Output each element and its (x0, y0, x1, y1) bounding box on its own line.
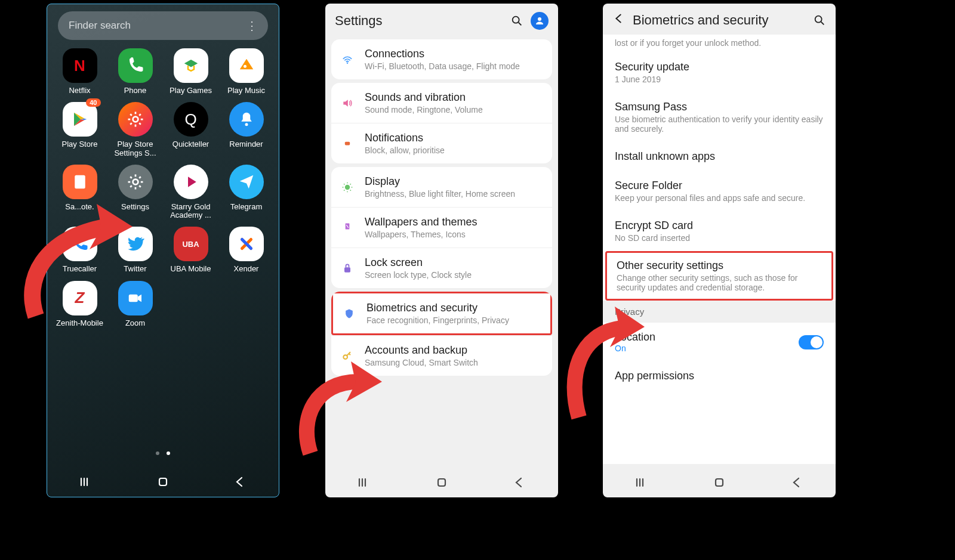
back-button[interactable] (788, 474, 805, 491)
privacy-item-app-permissions[interactable]: App permissions (603, 361, 836, 391)
app-phone[interactable]: Phone (109, 48, 162, 95)
home-button[interactable] (711, 474, 728, 491)
app-play-store[interactable]: 40Play Store (53, 102, 106, 157)
settings-item-title: Biometrics and security (366, 302, 541, 314)
lock-icon (341, 262, 354, 275)
app-label: Play Store Settings S... (110, 140, 161, 157)
app-truecaller[interactable]: Truecaller (53, 227, 106, 273)
settings-item-display[interactable]: DisplayBrightness, Blue light filter, Ho… (331, 167, 552, 207)
settings-card: Biometrics and securityFace recognition,… (331, 292, 552, 376)
page-dot-active[interactable] (167, 451, 170, 455)
app-label: Phone (124, 86, 147, 95)
app-play-games[interactable]: Play Games (164, 48, 217, 95)
settings-item-subtitle: Samsung Cloud, Smart Switch (365, 358, 543, 367)
phone-home-screen: Finder search ⋮ NNetflixPhonePlay GamesP… (47, 4, 279, 497)
app-starry-gold-academy-[interactable]: Starry Gold Academy ... (164, 165, 217, 220)
settings-item-lock-screen[interactable]: Lock screenScreen lock type, Clock style (331, 247, 552, 288)
sa-ote--icon (63, 165, 97, 199)
app-play-store-settings-s-[interactable]: Play Store Settings S... (109, 102, 162, 157)
back-button[interactable] (232, 474, 248, 490)
settings-item-biometrics-and-security[interactable]: Biometrics and securityFace recognition,… (331, 292, 552, 335)
search-icon[interactable] (813, 14, 826, 27)
more-icon[interactable]: ⋮ (246, 18, 257, 33)
security-item-other-security-settings[interactable]: Other security settingsChange other secu… (605, 251, 833, 301)
finder-search-bar[interactable]: Finder search ⋮ (58, 11, 268, 40)
back-icon[interactable] (612, 12, 626, 29)
zenith-mobile-icon: Z (63, 281, 97, 315)
app-settings[interactable]: Settings (109, 165, 162, 220)
app-label: Play Games (170, 86, 212, 95)
app-reminder[interactable]: Reminder (220, 102, 273, 157)
recents-button[interactable] (78, 474, 94, 490)
nav-bar (47, 467, 279, 497)
xender-icon (229, 227, 264, 261)
recents-button[interactable] (633, 474, 650, 491)
notif-icon (341, 137, 354, 150)
twitter-icon (118, 227, 153, 261)
app-twitter[interactable]: Twitter (109, 227, 162, 273)
security-item-secure-folder[interactable]: Secure FolderKeep your personal files an… (603, 171, 836, 211)
item-title: Secure Folder (615, 180, 824, 192)
settings-item-sounds-and-vibration[interactable]: Sounds and vibrationSound mode, Ringtone… (331, 83, 552, 123)
app-zenith-mobile[interactable]: ZZenith-Mobile (53, 281, 106, 327)
app-label: Sa...ote. (65, 203, 94, 211)
settings-item-wallpapers-and-themes[interactable]: Wallpapers and themesWallpapers, Themes,… (331, 207, 552, 247)
app-label: Play Store (62, 140, 98, 148)
play-store-settings-s--icon (118, 102, 153, 137)
security-item-samsung-pass[interactable]: Samsung PassUse biometric authentication… (603, 92, 836, 142)
app-label: Netflix (69, 86, 90, 95)
settings-item-title: Wallpapers and themes (365, 216, 543, 228)
app-quickteller[interactable]: QQuickteller (164, 102, 217, 157)
settings-item-title: Display (365, 175, 543, 188)
display-icon (341, 181, 354, 194)
privacy-item-location[interactable]: LocationOn (603, 323, 836, 361)
app-play-music[interactable]: Play Music (220, 48, 273, 95)
security-item-encrypt-sd-card[interactable]: Encrypt SD cardNo SD card inserted (603, 211, 836, 251)
app-label: Settings (121, 203, 149, 211)
settings-item-title: Sounds and vibration (365, 91, 543, 104)
app-label: Telegram (230, 203, 262, 211)
wifi-icon (341, 53, 354, 66)
app-label: UBA Mobile (171, 265, 211, 273)
app-uba-mobile[interactable]: UBAUBA Mobile (164, 227, 217, 273)
biometrics-body: lost or if you forget your unlock method… (603, 35, 836, 464)
settings-item-title: Lock screen (365, 256, 543, 269)
home-button[interactable] (155, 474, 171, 490)
uba-mobile-icon: UBA (174, 227, 208, 261)
app-telegram[interactable]: Telegram (220, 165, 273, 220)
back-button[interactable] (511, 474, 528, 491)
recents-button[interactable] (356, 474, 372, 491)
nav-bar (325, 468, 558, 497)
settings-item-notifications[interactable]: NotificationsBlock, allow, prioritise (331, 123, 552, 163)
toggle-switch[interactable] (799, 335, 824, 349)
item-title: App permissions (615, 370, 824, 382)
item-subtitle: On (615, 344, 655, 353)
app-sa-ote-[interactable]: Sa...ote. (53, 165, 106, 220)
security-item-security-update[interactable]: Security update1 June 2019 (603, 52, 836, 92)
page-title: Settings (335, 13, 503, 29)
home-button[interactable] (433, 474, 450, 491)
settings-icon (118, 165, 153, 199)
app-zoom[interactable]: Zoom (109, 281, 162, 327)
search-icon[interactable] (510, 14, 523, 27)
item-subtitle: 1 June 2019 (615, 75, 824, 84)
truecaller-icon (63, 227, 97, 261)
app-label: Play Music (227, 86, 265, 95)
search-placeholder: Finder search (69, 20, 131, 32)
settings-item-accounts-and-backup[interactable]: Accounts and backupSamsung Cloud, Smart … (331, 335, 552, 376)
settings-item-connections[interactable]: ConnectionsWi-Fi, Bluetooth, Data usage,… (331, 39, 552, 79)
app-label: Starry Gold Academy ... (166, 203, 216, 220)
page-dot[interactable] (156, 451, 159, 455)
play-music-icon (229, 48, 264, 83)
app-xender[interactable]: Xender (220, 227, 273, 273)
item-title: Location (615, 331, 655, 344)
page-title: Biometrics and security (633, 13, 806, 28)
security-item-install-unknown-apps[interactable]: Install unknown apps (603, 142, 836, 171)
reminder-icon (229, 102, 264, 137)
settings-card: DisplayBrightness, Blue light filter, Ho… (331, 167, 552, 288)
shield-icon (343, 307, 356, 320)
wallpaper-icon (341, 221, 354, 234)
account-avatar[interactable] (531, 12, 549, 30)
app-label: Zenith-Mobile (56, 319, 103, 327)
app-netflix[interactable]: NNetflix (53, 48, 106, 95)
